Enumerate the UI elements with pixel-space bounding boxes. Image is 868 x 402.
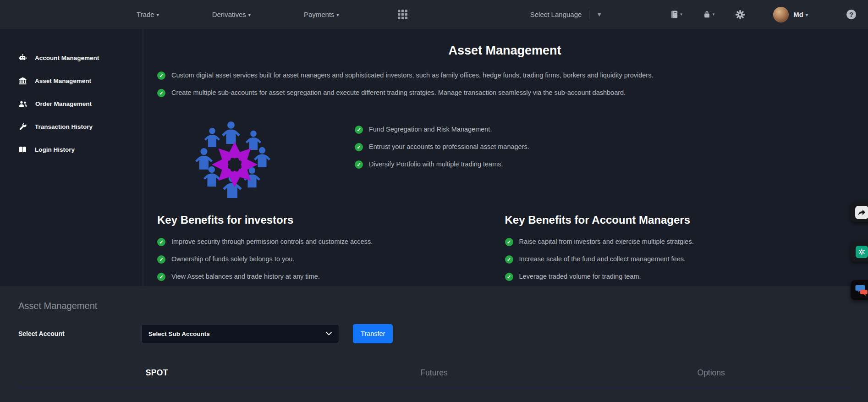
chevron-down-icon [326, 332, 332, 336]
lock-icon [703, 10, 711, 19]
sidebar-item-label: Transaction History [35, 123, 93, 130]
benefits-managers: Key Benefits for Account Managers ✓ Rais… [505, 214, 853, 290]
top-navbar: Trade▾ Derivatives▾ Payments▾ Select Lan… [0, 0, 868, 29]
bank-icon [18, 77, 27, 85]
benefit-bullet: ✓ Increase scale of the fund and collect… [505, 255, 853, 264]
transfer-form: Select Account Select Sub Accounts Trans… [18, 324, 850, 343]
benefit-bullet: ✓ Leverage traded volume for trading tea… [505, 273, 853, 281]
feature-text: Fund Segregation and Risk Management. [369, 126, 492, 133]
grid-icon [398, 10, 407, 19]
sidebar-item-transaction-history[interactable]: Transaction History [0, 115, 143, 138]
share-widget-button[interactable] [851, 202, 868, 222]
tab-futures[interactable]: Futures [296, 368, 573, 378]
language-selector[interactable]: Select Language ▼ [530, 10, 602, 20]
sidebar-item-label: Account Management [35, 55, 99, 61]
transfer-button[interactable]: Transfer [353, 324, 393, 343]
tab-spot[interactable]: SPOT [18, 368, 296, 378]
sidebar-item-label: Asset Management [35, 77, 91, 84]
help-button[interactable]: ? [846, 10, 856, 19]
benefit-bullet: ✓ Improve security through permission co… [157, 238, 505, 246]
check-icon: ✓ [355, 143, 363, 151]
gear-icon [736, 10, 745, 19]
check-icon: ✓ [157, 238, 165, 246]
navbar-right: Select Language ▼ ▾ ▾ [530, 7, 868, 22]
check-icon: ✓ [157, 72, 165, 80]
main-menu: Trade▾ Derivatives▾ Payments▾ [137, 11, 339, 18]
apps-grid-button[interactable] [398, 10, 407, 19]
benefit-bullet: ✓ Raise capital from investors and exerc… [505, 238, 853, 246]
chevron-down-icon: ▾ [680, 12, 682, 17]
chatgpt-widget-button[interactable] [851, 242, 868, 262]
check-icon: ✓ [157, 255, 165, 264]
orders-journal-button[interactable]: ▾ [670, 10, 682, 19]
question-icon: ? [849, 11, 853, 18]
feature-bullet: ✓ Entrust your accounts to professional … [355, 143, 529, 151]
check-icon: ✓ [355, 160, 363, 169]
benefit-bullet: ✓ View Asset balances and trade history … [157, 273, 505, 281]
intro-text: Custom digital asset services built for … [171, 72, 653, 79]
check-icon: ✓ [157, 273, 165, 281]
feature-text: Entrust your accounts to professional as… [369, 143, 529, 150]
intro-text: Create multiple sub-accounts for asset s… [171, 89, 626, 96]
book-icon [18, 145, 27, 154]
chatgpt-icon [856, 246, 868, 258]
benefits-managers-heading: Key Benefits for Account Managers [505, 214, 853, 226]
benefit-text: Ownership of funds solely belongs to you… [171, 255, 294, 263]
sidebar-item-asset-management[interactable]: Asset Management [0, 69, 143, 92]
chevron-down-icon: ▾ [248, 12, 251, 17]
select-account-label: Select Account [18, 330, 141, 337]
feature-bullet: ✓ Diversify Portfolio with multiple trad… [355, 160, 529, 169]
sub-accounts-select[interactable]: Select Sub Accounts [141, 324, 339, 343]
benefits-section: Key Benefits for investors ✓ Improve sec… [157, 214, 852, 290]
check-icon: ✓ [505, 273, 513, 281]
settings-button[interactable] [736, 10, 745, 19]
benefit-text: Raise capital from investors and exercis… [519, 238, 694, 245]
user-menu[interactable]: Md▾ [793, 11, 808, 18]
radiating-arrows-icon [209, 139, 260, 190]
chevron-down-icon: ▾ [157, 12, 159, 17]
intro-bullet: ✓ Create multiple sub-accounts for asset… [157, 89, 852, 97]
chevron-down-icon: ▾ [337, 12, 339, 17]
chevron-down-icon: ▾ [806, 12, 808, 17]
share-icon [855, 206, 868, 219]
sidebar-item-label: Order Management [35, 100, 92, 107]
sidebar: Account Management Asset Management Orde… [0, 29, 143, 286]
security-lock-button[interactable]: ▾ [703, 10, 715, 19]
sidebar-item-account-management[interactable]: Account Management [0, 46, 143, 69]
robot-icon [18, 54, 27, 62]
sidebar-item-login-history[interactable]: Login History [0, 138, 143, 161]
divider [589, 10, 589, 20]
intro-bullet: ✓ Custom digital asset services built fo… [157, 72, 852, 80]
feature-bullet: ✓ Fund Segregation and Risk Management. [355, 126, 529, 134]
main-layout: Account Management Asset Management Orde… [0, 29, 868, 286]
tabs-divider [18, 388, 850, 389]
journal-icon [670, 10, 679, 19]
benefit-text: Improve security through permission cont… [171, 238, 373, 245]
avatar[interactable] [773, 7, 789, 22]
menu-trade[interactable]: Trade▾ [137, 11, 159, 18]
market-tabs: SPOT Futures Options [18, 368, 850, 378]
check-icon: ✓ [505, 255, 513, 264]
benefit-text: View Asset balances and trade history at… [171, 273, 320, 280]
sidebar-item-label: Login History [35, 146, 75, 153]
team-network-illustration [198, 118, 287, 200]
check-icon: ✓ [505, 238, 513, 246]
page-title: Asset Management [157, 44, 852, 58]
chevron-down-icon: ▾ [713, 12, 715, 17]
check-icon: ✓ [355, 126, 363, 134]
chat-bubbles-icon [855, 284, 868, 296]
transfer-panel: Asset Management Select Account Select S… [0, 286, 868, 402]
chat-widget-button[interactable] [851, 280, 868, 300]
tab-options[interactable]: Options [572, 368, 850, 378]
panel-heading: Asset Management [18, 287, 850, 311]
menu-payments[interactable]: Payments▾ [304, 11, 339, 18]
menu-derivatives[interactable]: Derivatives▾ [212, 11, 251, 18]
feature-section: ✓ Fund Segregation and Risk Management. … [157, 118, 852, 200]
benefits-investors-heading: Key Benefits for investors [157, 214, 505, 226]
triangle-down-icon: ▼ [596, 11, 602, 18]
check-icon: ✓ [157, 89, 165, 97]
language-label: Select Language [530, 11, 582, 18]
sidebar-item-order-management[interactable]: Order Management [0, 92, 143, 115]
page-content: Asset Management ✓ Custom digital asset … [143, 29, 868, 286]
benefit-text: Increase scale of the fund and collect m… [519, 255, 686, 263]
